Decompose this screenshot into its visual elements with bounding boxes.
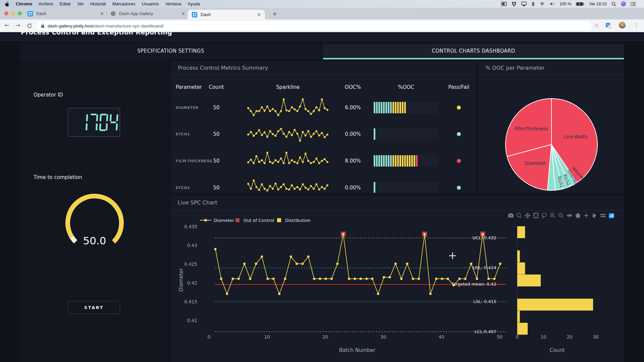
tab-close-icon[interactable]: ✕ — [257, 12, 261, 17]
svg-text:Film-Thickness: Film-Thickness — [515, 126, 548, 131]
pie-panel-title: % OOC per Parameter — [485, 65, 545, 71]
battery-icon — [576, 2, 584, 6]
col-header-passfail: Pass/Fail — [445, 84, 472, 90]
menu-item-ayuda[interactable]: Ayuda — [188, 1, 200, 6]
ooc-percent-value: 0.00% — [339, 131, 366, 137]
browser-tab-dash-1[interactable]: Dash ✕ — [28, 8, 104, 19]
svg-text:Line-Width: Line-Width — [564, 134, 588, 139]
modebar-lasso-icon[interactable] — [542, 213, 547, 218]
live-spc-panel: Live SPC Chart Diameter Out of Control D… — [171, 196, 624, 362]
app-banner: Process Control and Exception Reporting — [0, 32, 644, 41]
traffic-light-zoom[interactable] — [18, 11, 22, 15]
traffic-light-close[interactable] — [4, 11, 8, 15]
ooc-percent-value: 0.00% — [339, 185, 366, 191]
svg-text:0.435: 0.435 — [184, 224, 197, 229]
browser-tab-gallery[interactable]: Dash App Gallery ✕ — [111, 8, 185, 19]
browser-menu-icon[interactable]: ⋮ — [634, 22, 639, 28]
plotly-modebar[interactable] — [508, 213, 614, 218]
tab-specification-settings[interactable]: SPECIFICATION SETTINGS — [20, 44, 321, 58]
svg-text:40: 40 — [439, 334, 444, 340]
menu-item-ver[interactable]: Ver — [77, 1, 84, 6]
modebar-zoom-in-icon[interactable] — [550, 213, 555, 218]
translate-icon[interactable]: Ga — [606, 23, 612, 29]
ooc-led-bar — [374, 182, 438, 193]
menu-item-marcadores[interactable]: Marcadores — [112, 1, 136, 6]
modebar-autoscale-icon[interactable] — [567, 213, 572, 218]
plotly-logo-icon[interactable] — [609, 213, 614, 218]
bluetooth-icon[interactable] — [531, 2, 535, 6]
svg-text:0: 0 — [208, 334, 211, 340]
parameter-name: DIAMETER — [176, 106, 199, 110]
count-value: 50 — [203, 131, 230, 137]
parameter-name: ETCH2 — [176, 186, 190, 190]
address-bar[interactable]: dash-gallery.plotly.host/dash-manufactur… — [36, 21, 591, 31]
battery-percent: 100 % — [559, 2, 571, 6]
ooc-led-bar — [374, 102, 438, 113]
airplay-icon[interactable] — [521, 2, 527, 6]
modebar-box-select-icon[interactable] — [533, 213, 539, 218]
wifi-icon[interactable] — [539, 2, 545, 6]
dash-favicon — [192, 12, 197, 17]
new-tab-button[interactable]: + — [272, 10, 277, 17]
lock-icon — [41, 23, 45, 28]
modebar-hover-compare-icon[interactable] — [600, 213, 606, 218]
dash-favicon — [28, 11, 33, 16]
dropbox-icon[interactable] — [512, 2, 517, 6]
operator-id-display — [68, 108, 120, 137]
metrics-panel-title: Process Control Metrics Summary — [178, 65, 268, 71]
col-header-ooc: OOC% — [339, 84, 366, 90]
svg-text:Diameter: Diameter — [525, 161, 546, 166]
modebar-hover-closest-icon[interactable] — [592, 213, 597, 218]
menu-item-editar[interactable]: Editar — [59, 1, 71, 6]
operator-id-label: Operator ID — [34, 92, 63, 98]
tab-close-icon[interactable]: ✕ — [181, 11, 185, 16]
reload-button[interactable] — [26, 23, 33, 29]
time-to-completion-label: Time to completion — [34, 174, 82, 180]
tab-close-icon[interactable]: ✕ — [100, 11, 104, 16]
svg-text:10: 10 — [540, 334, 546, 340]
svg-text:LSL: 0.415: LSL: 0.415 — [474, 299, 496, 304]
apple-icon[interactable] — [5, 1, 9, 6]
menu-item-ventana[interactable]: Ventana — [165, 1, 181, 6]
metrics-summary-panel: Process Control Metrics Summary Paramete… — [171, 61, 476, 193]
svg-text:50: 50 — [497, 334, 502, 340]
mission-control-icon[interactable] — [501, 2, 507, 6]
svg-text:0: 0 — [516, 334, 519, 340]
tab-control-charts-dashboard[interactable]: CONTROL CHARTS DASHBOARD — [323, 44, 624, 58]
spotlight-icon[interactable] — [611, 2, 616, 6]
ooc-pie-chart[interactable]: Line-WidthVolumeOverlayEtch2Etch1Diamete… — [479, 74, 624, 193]
menu-item-archivo[interactable]: Archivo — [39, 1, 53, 6]
forward-button[interactable]: → — [15, 22, 20, 28]
start-button[interactable]: START — [68, 301, 120, 314]
modebar-zoom-out-icon[interactable] — [558, 213, 564, 218]
col-header-pooc: %OOC — [374, 84, 438, 90]
traffic-light-minimize[interactable] — [11, 11, 15, 15]
bookmark-star-icon[interactable]: ☆ — [594, 22, 599, 28]
modebar-reset-home-icon[interactable] — [575, 213, 581, 218]
svg-text:LCL:0.407: LCL:0.407 — [475, 329, 496, 334]
modebar-pan-icon[interactable] — [525, 213, 530, 218]
browser-toolbar: ← → dash-gallery.plotly.host/dash-manufa… — [0, 19, 644, 32]
svg-text:20: 20 — [322, 334, 328, 340]
profile-avatar[interactable] — [619, 22, 626, 28]
svg-text:0.425: 0.425 — [184, 261, 197, 267]
volume-icon[interactable] — [550, 2, 555, 6]
notification-center-icon[interactable] — [631, 2, 636, 6]
spc-chart[interactable]: UCL: 0.432USL: 0.424Targeted mean: 0.42L… — [171, 218, 624, 362]
browser-tab-dash-active[interactable]: Dash ✕ — [188, 10, 265, 19]
ooc-percent-value: 8.00% — [339, 158, 366, 164]
menu-item-usuarios[interactable]: Usuarios — [142, 1, 159, 6]
svg-text:0.42: 0.42 — [187, 280, 197, 286]
modebar-camera-icon[interactable] — [508, 213, 514, 218]
col-header-count: Count — [203, 84, 230, 90]
sparkline-chart — [247, 177, 329, 193]
parameter-name: ETCH1 — [176, 132, 190, 136]
menu-clock[interactable]: Vie 18:10 — [589, 2, 607, 6]
modebar-zoom-icon[interactable] — [517, 213, 522, 218]
back-button[interactable]: ← — [5, 22, 9, 28]
menu-item-historial[interactable]: Historial — [90, 1, 106, 6]
siri-icon[interactable] — [621, 1, 626, 6]
menu-item-chrome[interactable]: Chrome — [16, 1, 32, 6]
macos-menu-bar: Chrome Archivo Editar Ver Historial Marc… — [0, 0, 644, 8]
modebar-spikes-icon[interactable] — [584, 213, 589, 218]
